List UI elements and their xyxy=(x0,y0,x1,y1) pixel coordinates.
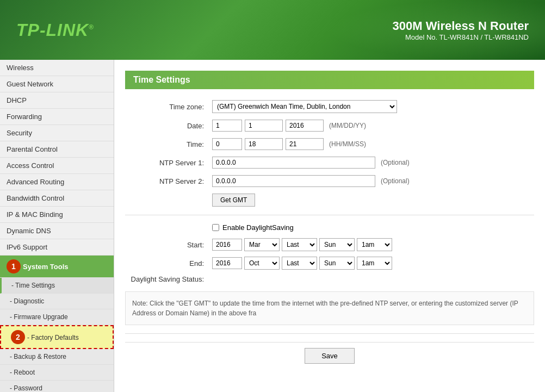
time-label: Time: xyxy=(125,140,212,148)
start-year-input[interactable] xyxy=(212,239,242,251)
sidebar-item-guest-network[interactable]: Guest Network xyxy=(0,76,114,92)
start-row: Start: JanFebMarAprMayJunJulAugSepOctNov… xyxy=(125,238,534,251)
dst-checkbox-row: Enable DaylightSaving xyxy=(125,223,534,232)
model-number: Model No. TL-WR841N / TL-WR841ND xyxy=(393,33,529,41)
sidebar-item-wireless[interactable]: Wireless xyxy=(0,60,114,76)
logo-trademark: ® xyxy=(89,23,94,31)
sidebar-item-diagnostic[interactable]: - Diagnostic xyxy=(0,294,114,309)
time-row: Time: (HH/MM/SS) xyxy=(125,138,534,150)
end-month-select[interactable]: JanFebMarAprMayJunJulAugSepOctNovDec xyxy=(244,257,280,270)
start-time-select[interactable]: 12am1am2am3am xyxy=(357,238,392,251)
sidebar-item-ip-mac-binding[interactable]: IP & MAC Binding xyxy=(0,207,114,223)
start-controls: JanFebMarAprMayJunJulAugSepOctNovDec 1st… xyxy=(212,238,392,251)
get-gmt-control: Get GMT xyxy=(212,194,255,207)
main-layout: Wireless Guest Network DHCP Forwarding S… xyxy=(0,60,545,392)
time-min-input[interactable] xyxy=(245,138,283,150)
divider-1 xyxy=(125,215,534,215)
end-label: End: xyxy=(125,259,212,267)
timezone-select[interactable]: (GMT) Greenwich Mean Time, Dublin, Londo… xyxy=(212,100,397,113)
logo-text: TP-LINK xyxy=(16,20,89,40)
ntp2-optional: (Optional) xyxy=(381,177,410,185)
date-label: Date: xyxy=(125,122,212,130)
ntp1-optional: (Optional) xyxy=(381,159,410,166)
sidebar-item-system-tools[interactable]: 1System Tools xyxy=(0,256,114,278)
save-row: Save xyxy=(125,342,534,364)
get-gmt-button[interactable]: Get GMT xyxy=(212,194,255,207)
router-info: 300M Wireless N Router Model No. TL-WR84… xyxy=(393,19,529,41)
date-row: Date: (MM/DD/YY) xyxy=(125,120,534,132)
time-hour-input[interactable] xyxy=(212,138,242,150)
ntp2-input[interactable] xyxy=(212,175,375,187)
timezone-row: Time zone: (GMT) Greenwich Mean Time, Du… xyxy=(125,100,534,113)
section-title: Time Settings xyxy=(125,71,534,89)
date-year-input[interactable] xyxy=(286,120,324,132)
time-hint: (HH/MM/SS) xyxy=(329,140,366,148)
header: TP-LINK® 300M Wireless N Router Model No… xyxy=(0,0,545,60)
date-hint: (MM/DD/YY) xyxy=(329,122,366,129)
end-row: End: JanFebMarAprMayJunJulAugSepOctNovDe… xyxy=(125,257,534,270)
save-button[interactable]: Save xyxy=(305,348,355,364)
badge-1: 1 xyxy=(7,259,21,273)
logo: TP-LINK® xyxy=(16,20,94,40)
start-label: Start: xyxy=(125,241,212,249)
end-time-select[interactable]: 12am1am2am3am xyxy=(357,257,392,270)
sidebar-item-access-control[interactable]: Access Control xyxy=(0,158,114,174)
ntp2-label: NTP Server 2: xyxy=(125,177,212,185)
sidebar: Wireless Guest Network DHCP Forwarding S… xyxy=(0,60,114,392)
ntp1-input[interactable] xyxy=(212,157,375,169)
sidebar-item-security[interactable]: Security xyxy=(0,125,114,141)
end-controls: JanFebMarAprMayJunJulAugSepOctNovDec 1st… xyxy=(212,257,392,270)
sidebar-item-bandwidth-control[interactable]: Bandwidth Control xyxy=(0,190,114,207)
ntp1-row: NTP Server 1: (Optional) xyxy=(125,157,534,169)
sidebar-item-firmware-upgrade[interactable]: - Firmware Upgrade xyxy=(0,309,114,325)
sidebar-item-ipv6-support[interactable]: IPv6 Support xyxy=(0,239,114,256)
content-area: Time Settings Time zone: (GMT) Greenwich… xyxy=(114,60,545,392)
note-text: Note: Click the "GET GMT" to update the … xyxy=(132,300,518,317)
end-year-input[interactable] xyxy=(212,257,242,269)
dst-label: Enable DaylightSaving xyxy=(222,223,294,232)
date-control: (MM/DD/YY) xyxy=(212,120,366,132)
note-box: Note: Click the "GET GMT" to update the … xyxy=(125,291,534,325)
sidebar-item-parental-control[interactable]: Parental Control xyxy=(0,141,114,158)
start-day-select[interactable]: SunMonTueWedThuFriSat xyxy=(319,238,355,251)
date-month-input[interactable] xyxy=(212,120,242,132)
date-day-input[interactable] xyxy=(245,120,283,132)
sidebar-item-forwarding[interactable]: Forwarding xyxy=(0,109,114,125)
badge-2: 2 xyxy=(11,330,25,344)
ntp1-label: NTP Server 1: xyxy=(125,159,212,167)
ntp2-row: NTP Server 2: (Optional) xyxy=(125,175,534,187)
start-month-select[interactable]: JanFebMarAprMayJunJulAugSepOctNovDec xyxy=(244,238,280,251)
timezone-control: (GMT) Greenwich Mean Time, Dublin, Londo… xyxy=(212,100,397,113)
sidebar-item-dynamic-dns[interactable]: Dynamic DNS xyxy=(0,223,114,239)
dst-checkbox[interactable] xyxy=(212,224,219,231)
ntp2-control: (Optional) xyxy=(212,175,410,187)
sidebar-item-time-settings[interactable]: - Time Settings xyxy=(0,278,114,294)
dst-status-label: Daylight Saving Status: xyxy=(125,275,212,283)
sidebar-item-dhcp[interactable]: DHCP xyxy=(0,92,114,109)
divider-2 xyxy=(125,333,534,334)
time-control: (HH/MM/SS) xyxy=(212,138,366,150)
sidebar-item-backup-restore[interactable]: - Backup & Restore xyxy=(0,349,114,365)
end-day-select[interactable]: SunMonTueWedThuFriSat xyxy=(319,257,355,270)
timezone-label: Time zone: xyxy=(125,103,212,111)
get-gmt-row: Get GMT xyxy=(125,194,534,207)
dst-status-row: Daylight Saving Status: xyxy=(125,275,534,283)
sidebar-item-reboot[interactable]: - Reboot xyxy=(0,365,114,381)
ntp1-control: (Optional) xyxy=(212,157,410,169)
sidebar-item-advanced-routing[interactable]: Advanced Routing xyxy=(0,174,114,190)
time-sec-input[interactable] xyxy=(286,138,324,150)
start-week-select[interactable]: 1st2nd3rd4thLast xyxy=(282,238,317,251)
router-name: 300M Wireless N Router xyxy=(393,19,529,33)
sidebar-item-factory-defaults[interactable]: 2- Factory Defaults xyxy=(0,325,114,349)
end-week-select[interactable]: 1st2nd3rd4thLast xyxy=(282,257,317,270)
sidebar-item-password[interactable]: - Password xyxy=(0,381,114,392)
